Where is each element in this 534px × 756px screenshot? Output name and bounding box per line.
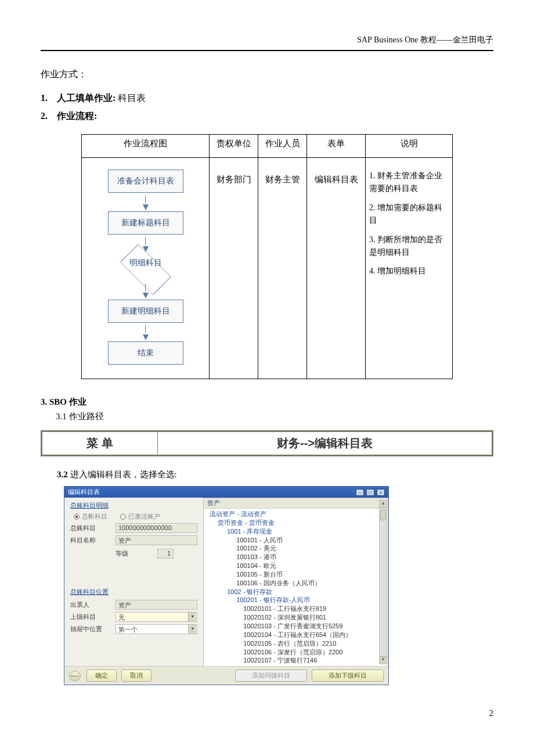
input-gl-name[interactable]: 资产 [116, 535, 197, 545]
close-icon[interactable]: × [377, 489, 385, 496]
gl-detail-link[interactable]: 总账科目明细 [70, 501, 197, 510]
tree-node[interactable]: 10020107 - 宁波银行7146 [207, 656, 388, 665]
flow-th-person: 作业人员 [258, 135, 307, 158]
list-item-2: 2. 作业流程: [41, 110, 493, 123]
flow-desc-3: 3. 判断所增加的是否是明细科目 [369, 233, 449, 260]
radio-active-account[interactable] [120, 514, 126, 520]
account-tree[interactable]: 流动资产 - 流动资产货币资金 - 货币资金1001 - 库存现金100101 … [207, 510, 388, 666]
flow-th-form: 表单 [307, 135, 366, 158]
flow-person-cell: 财务主管 [258, 158, 307, 379]
list-num-1: 1. [41, 93, 48, 103]
add-sibling-button[interactable]: 添加同级科目 [235, 669, 307, 682]
select-position[interactable]: 第一个▼ [116, 624, 197, 634]
input-drawer[interactable]: 资产 [116, 600, 197, 610]
flow-box-new-detail: 新建明细科目 [108, 300, 183, 323]
list-item-1: 1. 人工填单作业: 科目表 [41, 92, 493, 105]
list-title-2: 作业流程: [57, 111, 97, 121]
tree-node[interactable]: 1001 - 库存现金 [207, 527, 388, 536]
lbl-gl-name: 科目名称 [70, 536, 116, 545]
tree-node[interactable]: 10020103 - 广发行香蜜湖支行5259 [207, 622, 388, 631]
tree-node[interactable]: 10020104 - 工行福永支行654（国内） [207, 631, 388, 639]
tree-node[interactable]: 流动资产 - 流动资产 [207, 510, 388, 519]
flow-th-desc: 说明 [366, 135, 453, 158]
flow-box-end: 结束 [108, 341, 183, 365]
select-parent-value: 无 [118, 614, 125, 621]
tree-node[interactable]: 10020108 - 农业银行17589 [207, 665, 388, 666]
chevron-down-icon[interactable]: ▼ [188, 625, 196, 633]
list-num-2: 2. [41, 111, 48, 121]
menu-right: 财务-->编辑科目表 [158, 431, 493, 456]
flow-unit-cell: 财务部门 [210, 158, 258, 379]
flow-desc-cell: 1. 财务主管准备企业需要的科目表 2. 增加需要的标题科目 3. 判断所增加的… [366, 158, 453, 379]
flow-decision-label: 明细科目 [108, 258, 183, 268]
maximize-icon[interactable]: □ [366, 489, 374, 496]
tree-node[interactable]: 100103 - 港币 [207, 553, 388, 561]
flow-table: 作业流程图 责权单位 作业人员 表单 说明 准备会计科目表 新建标题科目 明细科… [81, 134, 453, 379]
input-gl-code[interactable]: 100000000000000 [116, 523, 197, 533]
flow-box-prepare: 准备会计科目表 [108, 170, 183, 193]
flow-desc-2: 2. 增加需要的标题科目 [369, 201, 449, 228]
radio-gl-label: 总帐科目 [82, 513, 107, 520]
tree-node[interactable]: 10020106 - 深发行（范启琼）2200 [207, 648, 388, 657]
scroll-down-icon[interactable]: ▼ [380, 656, 387, 664]
scrollbar[interactable]: ▲ ▼ [379, 500, 387, 664]
sap-titlebar: 编辑科目表 – □ × [64, 487, 388, 498]
sbo-heading: 3. SBO 作业 [41, 397, 493, 408]
tree-node[interactable]: 100106 - 国内业务（人民币） [207, 579, 388, 588]
menu-path-table: 菜 单 财务-->编辑科目表 [41, 430, 493, 456]
select-parent[interactable]: 无▼ [116, 612, 197, 622]
intro-label: 作业方式： [41, 69, 493, 81]
nav-back-icon[interactable]: ⟵ [69, 671, 81, 681]
lbl-gl-code: 总账科目 [70, 524, 116, 532]
lbl-position: 抽屉中位置 [70, 625, 116, 633]
sbo-step-3-2: 3.2 进入编辑科目表，选择全选: [57, 469, 493, 480]
lbl-level: 等级 [116, 549, 128, 558]
sbo-step-text: 进入编辑科目表，选择全选: [70, 470, 177, 479]
tree-node[interactable]: 10020105 - 农行（范启琼）2210 [207, 639, 388, 648]
tree-node[interactable]: 货币资金 - 货币资金 [207, 519, 388, 527]
chevron-down-icon[interactable]: ▼ [188, 613, 196, 621]
lbl-parent: 上级科目 [70, 613, 116, 621]
flow-form-cell: 编辑科目表 [307, 158, 366, 379]
sap-footer: ⟵ 确定 取消 添加同级科目 添加下级科目 [64, 666, 388, 685]
tree-node[interactable]: 10020101 - 工行福永支行819 [207, 604, 388, 613]
scroll-thumb[interactable] [380, 510, 386, 520]
flow-th-unit: 责权单位 [210, 135, 258, 158]
sap-window: 编辑科目表 – □ × 总账科目明细 总帐科目 已激活账户 总账科目 10000… [64, 486, 389, 685]
tree-node[interactable]: 100102 - 美元 [207, 544, 388, 553]
tree-node[interactable]: 100101 - 人民币 [207, 536, 388, 545]
sap-right-panel: 资产 流动资产 - 流动资产货币资金 - 货币资金1001 - 库存现金1001… [203, 498, 388, 666]
list-text-1: 科目表 [118, 93, 146, 103]
minimize-icon[interactable]: – [356, 489, 364, 496]
add-child-button[interactable]: 添加下级科目 [312, 669, 384, 682]
select-position-value: 第一个 [118, 626, 138, 633]
tree-header-assets: 资产 [204, 498, 388, 509]
ok-button[interactable]: 确定 [86, 669, 117, 682]
flow-desc-1: 1. 财务主管准备企业需要的科目表 [369, 170, 449, 196]
sbo-path-label: 3.1 作业路径 [56, 411, 493, 422]
scroll-up-icon[interactable]: ▲ [380, 501, 387, 508]
tree-node[interactable]: 10020102 - 深圳发展银行801 [207, 613, 388, 622]
window-buttons: – □ × [355, 488, 385, 496]
cancel-button[interactable]: 取消 [121, 669, 151, 682]
flow-desc-4: 4. 增加明细科目 [369, 265, 449, 278]
gl-position-link[interactable]: 总账科目位置 [70, 588, 197, 596]
sap-window-title: 编辑科目表 [68, 488, 100, 496]
page-header: SAP Business One 教程——金兰田电子 [41, 35, 493, 45]
list-title-1: 人工填单作业: [57, 93, 116, 103]
tree-node[interactable]: 1002 - 银行存款 [207, 588, 388, 596]
tree-node[interactable]: 100201 - 银行存款-人民币 [207, 596, 388, 604]
flow-diagram-cell: 准备会计科目表 新建标题科目 明细科目 新建明细科目 结束 [82, 158, 210, 379]
lbl-drawer: 出票人 [70, 600, 116, 609]
radio-gl-account[interactable] [74, 514, 80, 520]
tree-node[interactable]: 100104 - 欧元 [207, 561, 388, 570]
menu-left: 菜 单 [42, 431, 158, 456]
input-level[interactable]: 1 [157, 549, 174, 559]
flow-box-new-title: 新建标题科目 [108, 211, 183, 235]
radio-active-label: 已激活账户 [128, 513, 160, 520]
tree-node[interactable]: 100105 - 新台币 [207, 570, 388, 579]
flow-decision-detail: 明细科目 [108, 246, 183, 281]
sbo-step-num: 3.2 [57, 470, 68, 479]
page-number: 2 [41, 708, 493, 718]
header-rule [41, 50, 493, 51]
